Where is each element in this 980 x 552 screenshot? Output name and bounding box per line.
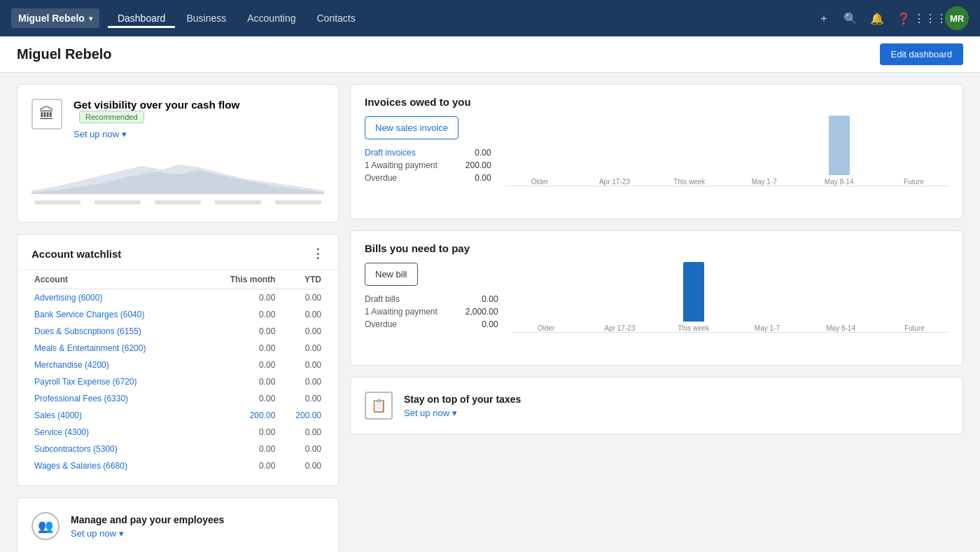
bar-label: Apr 17-23 [599, 178, 630, 186]
grid-icon[interactable]: ⋮⋮⋮ [918, 6, 942, 30]
help-icon[interactable]: ❓ [892, 6, 916, 30]
bill-stat-row-overdue: Overdue 0.00 [365, 319, 498, 329]
bar-group: Apr 17-23 [586, 322, 654, 332]
employees-icon: 👥 [31, 512, 59, 540]
cashflow-chart [31, 152, 324, 208]
chevron-down-icon: ▾ [122, 129, 127, 139]
account-cell: Advertising (6000) [31, 289, 204, 307]
bell-icon[interactable]: 🔔 [865, 6, 889, 30]
ytd-cell: 0.00 [278, 357, 324, 373]
bills-card: Bills you need to pay New bill Draft bil… [350, 230, 963, 366]
employees-setup-link[interactable]: Set up now ▾ [71, 528, 224, 539]
search-icon[interactable]: 🔍 [839, 6, 862, 30]
ytd-cell: 200.00 [278, 407, 324, 424]
table-row: Meals & Entertainment (6200) 0.00 0.00 [31, 340, 324, 357]
new-invoice-button[interactable]: New sales invoice [365, 116, 458, 139]
ytd-cell: 0.00 [278, 441, 324, 457]
bill-stat-value-overdue: 0.00 [482, 319, 498, 329]
this-month-cell: 0.00 [204, 289, 279, 307]
this-month-cell: 0.00 [204, 390, 279, 407]
new-bill-button[interactable]: New bill [365, 263, 418, 286]
account-cell: Subcontractors (5300) [31, 441, 204, 457]
bar-label: Apr 17-23 [604, 324, 635, 332]
invoices-chart: OlderApr 17-23This weekMay 1-7May 8-14Fu… [505, 116, 948, 207]
bill-stat-label-awaiting: 1 Awaiting payment [365, 307, 438, 317]
nav-links: Dashboard Business Accounting Contacts [108, 8, 365, 28]
nav-contacts[interactable]: Contacts [307, 8, 365, 28]
this-month-cell: 0.00 [204, 373, 279, 390]
bill-stat-label-overdue: Overdue [365, 319, 397, 329]
ytd-cell: 0.00 [278, 289, 324, 307]
left-column: 🏛 Get visibility over your cash flow Rec… [17, 84, 339, 552]
table-row: Wages & Salaries (6680) 0.00 0.00 [31, 457, 324, 474]
bar-group: May 8-14 [807, 322, 875, 332]
watchlist-title: Account watchlist [31, 248, 121, 260]
ytd-cell: 0.00 [278, 390, 324, 407]
bar-group: Future [879, 175, 948, 186]
page-title: Miguel Rebelo [17, 46, 112, 62]
chart-line [215, 200, 261, 205]
stat-value-overdue: 0.00 [475, 173, 491, 183]
stat-row-overdue: Overdue 0.00 [365, 173, 491, 183]
account-cell: Sales (4000) [31, 407, 204, 424]
edit-dashboard-button[interactable]: Edit dashboard [880, 43, 963, 65]
main-content: 🏛 Get visibility over your cash flow Rec… [0, 73, 980, 552]
top-navigation: Miguel Rebelo ▾ Dashboard Business Accou… [0, 0, 980, 36]
col-ytd: YTD [278, 270, 324, 289]
bill-stat-value-draft: 0.00 [482, 294, 498, 304]
avatar[interactable]: MR [945, 6, 969, 30]
bar-label: Older [531, 178, 548, 186]
table-row: Payroll Tax Expense (6720) 0.00 0.00 [31, 373, 324, 390]
employees-card: 👥 Manage and pay your employees Set up n… [17, 497, 339, 552]
brand-menu[interactable]: Miguel Rebelo ▾ [11, 8, 99, 28]
bills-left: New bill Draft bills 0.00 1 Awaiting pay… [365, 263, 498, 354]
ytd-cell: 0.00 [278, 306, 324, 323]
bar-label: May 8-14 [826, 324, 855, 332]
account-cell: Payroll Tax Expense (6720) [31, 373, 204, 390]
taxes-setup-link[interactable]: Set up now ▾ [404, 408, 521, 418]
bill-stat-label-draft: Draft bills [365, 294, 400, 304]
ytd-cell: 0.00 [278, 323, 324, 340]
bar-label: Future [904, 178, 924, 186]
table-row: Service (4300) 0.00 0.00 [31, 424, 324, 441]
page-header: Miguel Rebelo Edit dashboard [0, 36, 980, 73]
this-month-cell: 0.00 [204, 340, 279, 357]
this-month-cell: 0.00 [204, 424, 279, 441]
ytd-cell: 0.00 [278, 457, 324, 474]
stat-label-draft: Draft invoices [365, 148, 416, 158]
bill-stat-row-awaiting: 1 Awaiting payment 2,000.00 [365, 307, 498, 317]
account-cell: Meals & Entertainment (6200) [31, 340, 204, 357]
chart-line [34, 200, 80, 205]
col-this-month: This month [204, 270, 279, 289]
bills-chart: OlderApr 17-23This weekMay 1-7May 8-14Fu… [512, 263, 948, 354]
account-cell: Dues & Subscriptions (6155) [31, 323, 204, 340]
bar-chart-bars: OlderApr 17-23This weekMay 1-7May 8-14Fu… [505, 116, 948, 186]
chart-line [155, 200, 201, 205]
bar-label: May 8-14 [825, 178, 854, 186]
bar-group: Older [512, 322, 580, 332]
watchlist-menu-icon[interactable]: ⋮ [312, 246, 324, 261]
ytd-cell: 0.00 [278, 373, 324, 390]
ytd-cell: 0.00 [278, 424, 324, 441]
bar-label: This week [673, 178, 705, 186]
bar-group: May 8-14 [804, 116, 874, 186]
cashflow-icon: 🏛 [31, 99, 62, 130]
nav-business[interactable]: Business [176, 8, 236, 28]
bar [683, 262, 704, 322]
account-cell: Bank Service Charges (6040) [31, 306, 204, 323]
cashflow-setup-link[interactable]: Set up now ▾ [74, 129, 239, 139]
bar-group: This week [654, 175, 724, 186]
chevron-down-icon: ▾ [452, 408, 457, 418]
nav-dashboard[interactable]: Dashboard [108, 8, 176, 28]
bar [829, 116, 850, 175]
this-month-cell: 0.00 [204, 457, 279, 474]
brand-chevron-icon: ▾ [89, 15, 92, 22]
bar-label: May 1-7 [752, 178, 777, 186]
table-row: Merchandise (4200) 0.00 0.00 [31, 357, 324, 373]
invoices-stats: Draft invoices 0.00 1 Awaiting payment 2… [365, 148, 491, 183]
watchlist-table: Account This month YTD Advertising (6000… [31, 270, 324, 474]
plus-icon[interactable]: ＋ [812, 6, 836, 30]
nav-accounting[interactable]: Accounting [237, 8, 305, 28]
table-row: Sales (4000) 200.00 200.00 [31, 407, 324, 424]
invoices-title: Invoices owed to you [365, 96, 948, 108]
